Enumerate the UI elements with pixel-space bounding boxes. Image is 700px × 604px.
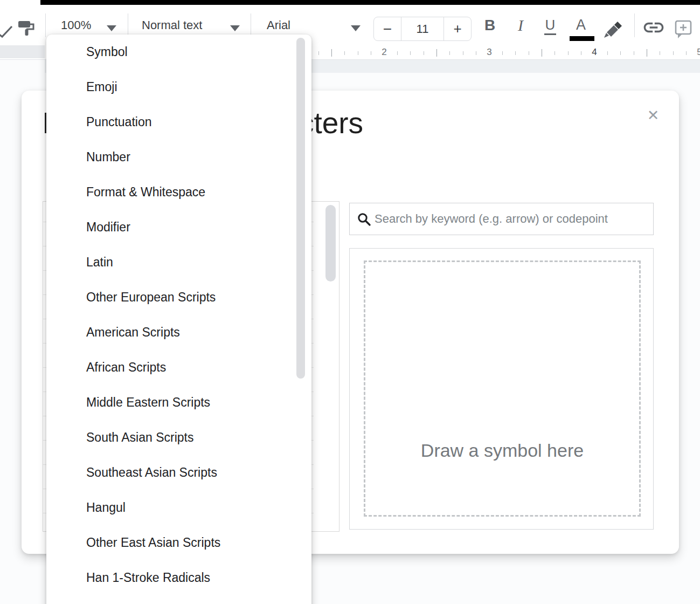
menu-item-emoji[interactable]: Emoji [46, 70, 311, 105]
ruler-tick [424, 51, 424, 55]
ruler-tick [555, 51, 555, 55]
symbol-search-box [349, 203, 654, 235]
ruler-tick [371, 51, 371, 55]
category-menu-scrollbar[interactable] [296, 38, 305, 379]
underline-button[interactable]: U [541, 5, 559, 45]
ruler-tick [344, 51, 345, 55]
search-input[interactable] [375, 204, 647, 234]
ruler-tick [436, 49, 437, 57]
ruler-tick [358, 51, 358, 55]
ruler-number: 3 [487, 47, 491, 58]
increase-font-size-button[interactable]: + [444, 17, 471, 40]
decrease-font-size-button[interactable]: − [374, 17, 401, 40]
ruler-tick [660, 51, 660, 55]
toolbar-divider [45, 13, 46, 37]
menu-item-latin[interactable]: Latin [46, 245, 311, 280]
toolbar-divider [128, 13, 128, 37]
character-grid-scrollbar[interactable] [325, 205, 336, 282]
chevron-down-icon[interactable] [230, 25, 240, 31]
menu-item-southeast-asian-scripts[interactable]: Southeast Asian Scripts [46, 455, 311, 490]
ruler-tick [410, 51, 411, 55]
chevron-down-icon[interactable] [351, 25, 361, 31]
highlight-color-icon[interactable] [601, 18, 625, 39]
ruler-tick [542, 49, 542, 57]
ruler-tick [318, 51, 319, 55]
ruler-tick [515, 51, 516, 55]
menu-item-hangul[interactable]: Hangul [46, 490, 311, 525]
draw-symbol-panel: Draw a symbol here [349, 248, 654, 530]
top-strip [0, 0, 700, 5]
ruler-number: 4 [592, 47, 597, 58]
ruler-margin-area [0, 45, 45, 58]
ruler-tick [686, 51, 687, 55]
ruler-tick [529, 51, 529, 55]
toolbar-divider [634, 13, 635, 37]
top-black-bar [40, 0, 700, 5]
ruler-tick [673, 51, 674, 55]
ruler-tick [502, 51, 503, 55]
ruler-tick [634, 51, 634, 55]
ruler-tick [397, 51, 398, 55]
menu-item-african-scripts[interactable]: African Scripts [46, 350, 311, 385]
text-color-swatch [570, 36, 594, 41]
menu-item-han-1-stroke-radicals[interactable]: Han 1-Stroke Radicals [46, 560, 311, 595]
toolbar-divider [251, 13, 251, 37]
chevron-down-icon[interactable] [107, 25, 116, 31]
insert-link-icon[interactable] [642, 19, 666, 36]
menu-item-symbol[interactable]: Symbol [46, 35, 311, 70]
spell-check-icon[interactable] [0, 25, 14, 40]
ruler-tick [647, 49, 647, 57]
menu-item-number[interactable]: Number [46, 140, 311, 175]
menu-item-american-scripts[interactable]: American Scripts [46, 315, 311, 350]
font-size-value[interactable]: 11 [401, 17, 444, 40]
ruler-tick [620, 51, 621, 55]
category-menu-list: SymbolEmojiPunctuationNumberFormat & Whi… [46, 35, 311, 595]
ruler-number: 5 [697, 47, 700, 58]
draw-symbol-hint: Draw a symbol here [421, 440, 584, 461]
ruler-tick [331, 49, 332, 57]
ruler-tick [607, 51, 608, 55]
add-comment-icon[interactable] [674, 19, 695, 39]
italic-button[interactable]: I [511, 5, 530, 45]
paint-format-icon[interactable] [16, 19, 37, 38]
close-icon[interactable]: ✕ [643, 106, 663, 125]
font-size-group: − 11 + [373, 17, 472, 41]
bold-button[interactable]: B [481, 5, 499, 45]
menu-item-middle-eastern-scripts[interactable]: Middle Eastern Scripts [46, 385, 311, 420]
menu-item-other-east-asian-scripts[interactable]: Other East Asian Scripts [46, 525, 311, 560]
ruler-tick [581, 51, 581, 55]
draw-symbol-canvas[interactable]: Draw a symbol here [364, 260, 641, 517]
google-docs-screen: 100% Normal text Arial − 11 + B I U A [0, 0, 700, 604]
ruler-tick [449, 51, 450, 55]
menu-item-format-whitespace[interactable]: Format & Whitespace [46, 175, 311, 210]
ruler-tick [568, 51, 569, 55]
menu-item-punctuation[interactable]: Punctuation [46, 105, 311, 140]
menu-item-modifier[interactable]: Modifier [46, 210, 311, 245]
ruler-tick [463, 51, 463, 55]
ruler-tick [476, 51, 476, 55]
ruler-number: 2 [382, 47, 386, 58]
search-icon [357, 212, 372, 227]
menu-item-other-european-scripts[interactable]: Other European Scripts [46, 280, 311, 315]
category-dropdown-menu: SymbolEmojiPunctuationNumberFormat & Whi… [46, 35, 311, 604]
menu-item-south-asian-scripts[interactable]: South Asian Scripts [46, 420, 311, 455]
